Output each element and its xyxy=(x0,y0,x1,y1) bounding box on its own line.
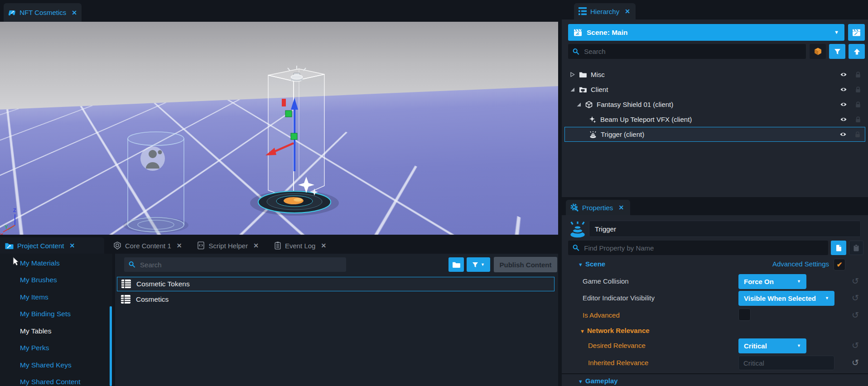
mouse-cursor-icon xyxy=(13,257,19,265)
tab-label: NFT Cosmetics xyxy=(19,9,66,16)
tree-row-client[interactable]: Client xyxy=(564,82,865,97)
reset-icon[interactable]: ↺ xyxy=(852,341,859,350)
object-name-input[interactable] xyxy=(594,225,856,233)
tab-label: Hierarchy xyxy=(590,8,619,15)
list-item-cosmetics[interactable]: Cosmetics xyxy=(117,292,555,307)
sidebar-item-my-perks[interactable]: My Perks xyxy=(0,340,112,357)
tab-script-helper[interactable]: Script Helper ✕ xyxy=(193,237,263,254)
gamepad-icon xyxy=(8,8,16,17)
hierarchy-filter-button[interactable] xyxy=(829,44,845,59)
editor-indicator-dropdown[interactable]: Visible When Selected ▼ xyxy=(738,291,834,306)
is-advanced-checkbox[interactable] xyxy=(738,309,751,321)
tab-event-log[interactable]: Event Log ✕ xyxy=(270,237,331,254)
filter-icon xyxy=(472,262,478,268)
reset-icon[interactable]: ↺ xyxy=(852,358,859,367)
3d-viewport[interactable]: Z Y X xyxy=(0,22,558,235)
axis-y-label: Y xyxy=(5,224,8,230)
table-icon xyxy=(121,279,132,289)
tree-item-label: Trigger (client) xyxy=(601,130,644,138)
tab-label: Project Content xyxy=(17,242,64,250)
chevron-down-icon: ▼ xyxy=(820,296,829,300)
section-collapse-icon[interactable]: ▼ xyxy=(580,328,585,334)
find-property-field[interactable] xyxy=(568,241,828,255)
close-icon[interactable]: ✕ xyxy=(69,242,75,249)
tree-item-label: Fantasy Shield 01 (client) xyxy=(597,101,673,108)
check-icon: ✔ xyxy=(837,261,843,269)
content-main: ▼ Publish Content Cosmetic Tokens Cosmet… xyxy=(115,254,558,386)
reset-icon[interactable]: ↺ xyxy=(852,311,859,319)
content-search[interactable] xyxy=(124,257,346,272)
eye-icon[interactable] xyxy=(839,116,848,122)
hierarchy-search-input[interactable] xyxy=(583,47,801,56)
close-icon[interactable]: ✕ xyxy=(72,9,77,16)
section-scene-header[interactable]: Scene xyxy=(585,260,605,268)
eye-icon[interactable] xyxy=(839,87,848,92)
advanced-settings-checkbox[interactable]: ✔ xyxy=(834,259,845,270)
sparkles-icon xyxy=(589,116,596,123)
network-relevance-header[interactable]: Network Relevance xyxy=(587,327,650,334)
section-gameplay-header[interactable]: Gameplay xyxy=(585,377,618,385)
search-icon xyxy=(129,261,135,268)
lock-icon[interactable] xyxy=(854,116,862,123)
lock-icon[interactable] xyxy=(854,86,862,93)
sidebar-item-my-shared-keys[interactable]: My Shared Keys xyxy=(0,357,112,374)
tab-label: Event Log xyxy=(285,242,316,250)
tree-row-trigger[interactable]: Trigger (client) xyxy=(564,127,865,142)
tab-properties[interactable]: Properties ✕ xyxy=(566,200,630,215)
new-folder-button[interactable] xyxy=(448,257,464,272)
close-icon[interactable]: ✕ xyxy=(253,242,259,249)
content-search-input[interactable] xyxy=(139,261,342,269)
section-collapse-icon[interactable]: ▼ xyxy=(578,379,583,384)
find-property-input[interactable] xyxy=(583,244,824,252)
eye-icon[interactable] xyxy=(839,101,848,107)
sidebar-item-my-tables[interactable]: My Tables xyxy=(0,323,112,340)
expand-collapsed-icon[interactable] xyxy=(570,72,575,77)
close-icon[interactable]: ✕ xyxy=(625,8,630,15)
asset-view-button[interactable] xyxy=(810,44,826,59)
expand-expanded-icon[interactable] xyxy=(570,87,575,92)
tab-core-content[interactable]: Core Content 1 ✕ xyxy=(109,237,186,254)
sidebar-item-my-shared-content[interactable]: My Shared Content xyxy=(0,374,112,386)
lock-icon[interactable] xyxy=(854,101,862,108)
scene-objects: Z Y X xyxy=(0,22,558,235)
sidebar-item-my-items[interactable]: My Items xyxy=(0,289,112,306)
expand-expanded-icon[interactable] xyxy=(576,102,581,107)
publish-content-button[interactable]: Publish Content xyxy=(494,257,557,272)
folder-icon xyxy=(452,261,460,268)
copy-properties-button[interactable] xyxy=(831,241,846,255)
tab-hierarchy[interactable]: Hierarchy ✕ xyxy=(574,3,636,19)
object-name-field[interactable] xyxy=(589,221,861,237)
tab-nft-cosmetics[interactable]: NFT Cosmetics ✕ xyxy=(4,3,82,22)
paste-properties-button[interactable] xyxy=(849,241,863,255)
eye-icon[interactable] xyxy=(839,131,848,137)
hierarchy-panel: Scene: Main ▼ xyxy=(562,19,868,197)
list-item-cosmetic-tokens[interactable]: Cosmetic Tokens xyxy=(117,277,555,291)
sidebar-item-my-binding-sets[interactable]: My Binding Sets xyxy=(0,306,112,323)
paste-icon xyxy=(853,244,860,252)
sidebar-scrollbar[interactable] xyxy=(110,306,112,386)
scene-manager-button[interactable] xyxy=(848,24,865,41)
game-collision-dropdown[interactable]: Force On ▼ xyxy=(738,274,806,289)
reset-icon[interactable]: ↺ xyxy=(852,294,859,302)
reset-icon[interactable]: ↺ xyxy=(852,277,859,285)
desired-relevance-dropdown[interactable]: Critical ▼ xyxy=(738,338,806,353)
tree-row-misc[interactable]: Misc xyxy=(564,67,865,82)
tab-project-content[interactable]: Project Content ✕ xyxy=(0,237,104,254)
lock-icon[interactable] xyxy=(854,131,861,138)
scene-selector[interactable]: Scene: Main ▼ xyxy=(568,24,844,41)
lock-icon[interactable] xyxy=(854,71,862,78)
eye-icon[interactable] xyxy=(839,72,848,77)
close-icon[interactable]: ✕ xyxy=(177,242,182,249)
close-icon[interactable]: ✕ xyxy=(321,242,326,249)
import-button[interactable] xyxy=(849,44,865,59)
hierarchy-search[interactable] xyxy=(568,44,806,59)
content-filter-button[interactable]: ▼ xyxy=(467,257,490,272)
editor-indicator-label: Editor Indicator Visibility xyxy=(583,294,655,302)
tree-row-fantasy-shield[interactable]: Fantasy Shield 01 (client) xyxy=(564,97,865,112)
section-collapse-icon[interactable]: ▼ xyxy=(578,262,583,267)
orange-cube-icon xyxy=(814,48,822,55)
gear-wrench-icon xyxy=(570,203,579,212)
sidebar-item-my-brushes[interactable]: My Brushes xyxy=(0,272,112,289)
tree-row-beam-up-vfx[interactable]: Beam Up Teleport VFX (client) xyxy=(564,112,865,127)
close-icon[interactable]: ✕ xyxy=(618,204,624,211)
